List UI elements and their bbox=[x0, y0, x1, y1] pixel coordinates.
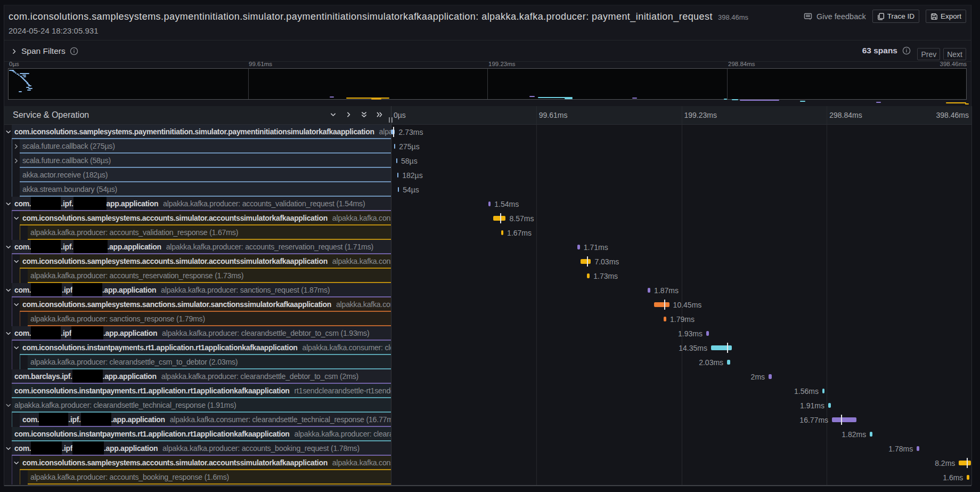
span-name-cell[interactable]: com..ipf.app.applicationalpakka.kafka.pr… bbox=[12, 283, 391, 297]
span-bar[interactable] bbox=[769, 374, 771, 379]
trace-id-button[interactable]: Trace ID bbox=[872, 10, 919, 23]
collapse-one-icon[interactable] bbox=[330, 111, 337, 118]
span-filters-label[interactable]: Span Filters bbox=[21, 46, 66, 56]
span-name-cell[interactable]: alpakka.kafka.producer: accounts_reserva… bbox=[28, 269, 391, 283]
span-name-cell[interactable]: com..ipf..app.applicationalpakka.kafka.c… bbox=[20, 413, 391, 427]
next-button[interactable]: Next bbox=[943, 48, 966, 60]
span-timeline-cell[interactable]: 1.6ms bbox=[391, 470, 971, 485]
span-timeline-cell[interactable]: 1.73ms bbox=[391, 269, 971, 283]
row-collapse-icon[interactable] bbox=[5, 446, 12, 452]
span-bar[interactable] bbox=[711, 345, 732, 350]
collapse-all-icon[interactable] bbox=[361, 111, 368, 118]
expand-one-icon[interactable] bbox=[345, 111, 352, 118]
span-name-cell[interactable]: com.iconsolutions.samplesystems.accounts… bbox=[20, 211, 391, 225]
row-collapse-icon[interactable] bbox=[13, 345, 20, 351]
row-collapse-icon[interactable] bbox=[13, 460, 20, 466]
span-timeline-cell[interactable]: 2.73ms bbox=[391, 125, 971, 139]
span-bar[interactable] bbox=[398, 187, 399, 192]
span-name-cell[interactable]: alpakka.kafka.producer: accounts_validat… bbox=[28, 225, 391, 240]
export-button[interactable]: Export bbox=[926, 10, 966, 23]
span-name-cell[interactable]: alpakka.kafka.producer: accounts_booking… bbox=[28, 470, 391, 485]
span-bar[interactable] bbox=[870, 432, 872, 437]
span-bar[interactable] bbox=[488, 201, 491, 206]
span-timeline-cell[interactable]: 58µs bbox=[391, 154, 971, 168]
span-bar[interactable] bbox=[706, 331, 709, 336]
span-timeline-cell[interactable]: 54µs bbox=[391, 182, 971, 197]
span-bar[interactable] bbox=[577, 245, 580, 249]
row-collapse-icon[interactable] bbox=[5, 402, 12, 409]
span-bar[interactable] bbox=[648, 288, 650, 293]
span-timeline-cell[interactable]: 16.77ms bbox=[391, 413, 971, 427]
span-name-cell[interactable]: com.iconsolutions.instantpayments.rt1.ap… bbox=[20, 341, 391, 355]
span-timeline-cell[interactable]: 7.03ms bbox=[391, 254, 971, 269]
span-name-cell[interactable]: alpakka.kafka.producer: clearandsettle_c… bbox=[28, 355, 391, 369]
give-feedback-link[interactable]: Give feedback bbox=[804, 12, 866, 21]
span-bar[interactable] bbox=[959, 461, 970, 465]
span-name-cell[interactable]: com..ipf.app.applicationalpakka.kafka.pr… bbox=[12, 441, 391, 456]
span-name-cell[interactable]: com.iconsolutions.samplesystems.accounts… bbox=[20, 456, 391, 470]
span-name-cell[interactable]: scala.future.callback (58µs) bbox=[20, 154, 391, 168]
span-bar[interactable] bbox=[727, 360, 730, 365]
span-filters-chevron-icon[interactable] bbox=[11, 48, 18, 55]
span-timeline-cell[interactable]: 2ms bbox=[391, 369, 971, 384]
minimap-canvas[interactable] bbox=[8, 68, 967, 100]
span-bar[interactable] bbox=[828, 403, 831, 408]
span-name-cell[interactable]: com.iconsolutions.samplesystems.sanction… bbox=[20, 297, 391, 312]
span-timeline-cell[interactable]: 1.82ms bbox=[391, 427, 971, 441]
spans-count-info-icon[interactable] bbox=[902, 46, 911, 55]
span-name-cell[interactable]: com.iconsolutions.instantpayments.rt1.ap… bbox=[12, 427, 391, 441]
span-name-cell[interactable]: com.iconsolutions.samplesystems.accounts… bbox=[20, 254, 391, 269]
span-bar[interactable] bbox=[832, 417, 856, 422]
expand-all-icon[interactable] bbox=[376, 111, 383, 118]
span-bar[interactable] bbox=[587, 273, 590, 278]
span-bar[interactable] bbox=[967, 475, 969, 480]
span-bar[interactable] bbox=[664, 317, 666, 321]
span-timeline-cell[interactable]: 1.93ms bbox=[391, 326, 971, 341]
span-timeline-cell[interactable]: 10.45ms bbox=[391, 297, 971, 312]
span-name-cell[interactable]: com.barclays.ipf..app.applicationalpakka… bbox=[12, 369, 391, 384]
prev-button[interactable]: Prev bbox=[917, 48, 940, 60]
row-collapse-icon[interactable] bbox=[5, 201, 12, 207]
span-name-cell[interactable]: akka.actor.receive (182µs) bbox=[20, 168, 391, 182]
span-bar[interactable] bbox=[822, 389, 824, 393]
span-timeline-cell[interactable]: 1.56ms bbox=[391, 384, 971, 398]
span-name-cell[interactable]: com.iconsolutions.samplesystems.paymenti… bbox=[12, 125, 391, 139]
span-name-cell[interactable]: com.iconsolutions.instantpayments.rt1.ap… bbox=[12, 384, 391, 398]
row-collapse-icon[interactable] bbox=[5, 287, 12, 294]
row-collapse-icon[interactable] bbox=[5, 244, 12, 251]
row-expand-icon[interactable] bbox=[13, 143, 20, 150]
span-timeline-cell[interactable]: 1.91ms bbox=[391, 398, 971, 413]
span-timeline-cell[interactable]: 1.79ms bbox=[391, 312, 971, 326]
span-timeline-cell[interactable]: 1.87ms bbox=[391, 283, 971, 297]
row-collapse-icon[interactable] bbox=[13, 302, 20, 308]
row-collapse-icon[interactable] bbox=[5, 129, 12, 135]
span-name-cell[interactable]: com..ipf..app.applicationalpakka.kafka.p… bbox=[12, 240, 391, 254]
row-expand-icon[interactable] bbox=[13, 158, 20, 164]
span-timeline-cell[interactable]: 8.2ms bbox=[391, 456, 971, 470]
span-timeline-cell[interactable]: 8.57ms bbox=[391, 211, 971, 225]
bottom-scrollbar[interactable] bbox=[4, 485, 971, 486]
span-bar[interactable] bbox=[501, 230, 504, 235]
span-bar[interactable] bbox=[493, 216, 505, 221]
row-collapse-icon[interactable] bbox=[13, 259, 20, 265]
span-timeline-cell[interactable]: 14.35ms bbox=[391, 341, 971, 355]
span-timeline-cell[interactable]: 275µs bbox=[391, 139, 971, 154]
span-timeline-cell[interactable]: 182µs bbox=[391, 168, 971, 182]
span-bar[interactable] bbox=[396, 158, 397, 163]
span-name-cell[interactable]: com..ipf.app.applicationalpakka.kafka.pr… bbox=[12, 326, 391, 341]
row-collapse-icon[interactable] bbox=[5, 330, 12, 337]
span-name-cell[interactable]: scala.future.callback (275µs) bbox=[20, 139, 391, 154]
span-bar[interactable] bbox=[394, 144, 395, 149]
span-timeline-cell[interactable]: 1.54ms bbox=[391, 197, 971, 211]
span-bar[interactable] bbox=[917, 446, 919, 451]
span-name-cell[interactable]: alpakka.kafka.producer: clearandsettle_t… bbox=[12, 398, 391, 413]
span-timeline-cell[interactable]: 1.67ms bbox=[391, 225, 971, 240]
span-bar[interactable] bbox=[654, 302, 669, 307]
span-timeline-cell[interactable]: 2.03ms bbox=[391, 355, 971, 369]
span-timeline-cell[interactable]: 1.71ms bbox=[391, 240, 971, 254]
span-name-cell[interactable]: akka.stream.boundary (54µs) bbox=[20, 182, 391, 197]
span-timeline-cell[interactable]: 1.78ms bbox=[391, 441, 971, 456]
span-name-cell[interactable]: com..ipf.app.applicationalpakka.kafka.pr… bbox=[12, 197, 391, 211]
span-bar[interactable] bbox=[397, 173, 398, 178]
span-filters-info-icon[interactable] bbox=[70, 47, 78, 55]
